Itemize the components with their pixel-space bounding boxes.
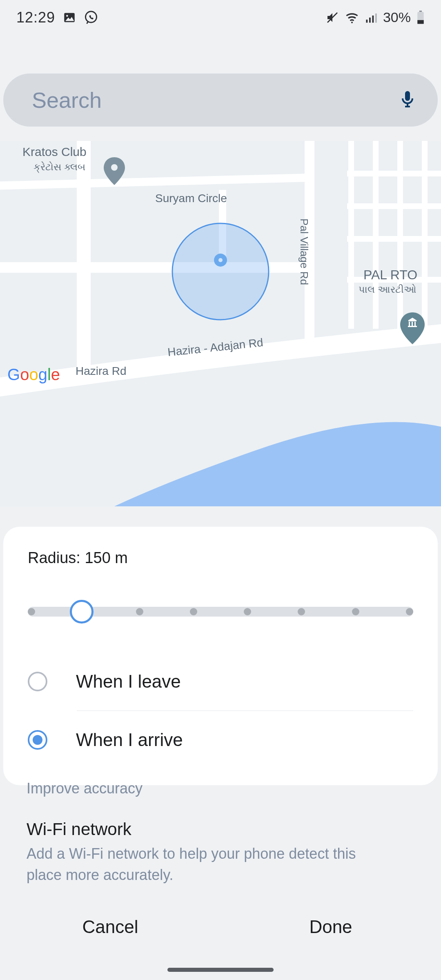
map-label-hazira: Hazira Rd <box>76 365 126 378</box>
svg-rect-32 <box>409 322 410 326</box>
svg-rect-7 <box>372 16 374 23</box>
search-bar[interactable]: Search <box>3 74 438 127</box>
radius-slider[interactable] <box>28 599 413 624</box>
svg-rect-35 <box>408 326 417 327</box>
radio-on-icon <box>28 730 47 750</box>
map-view[interactable]: Kratos Club ક્રેટોસ ક્લબ Suryam Circle P… <box>0 141 441 506</box>
map-label-palroad: Pal Village Rd <box>298 218 310 285</box>
map-label-kratos: Kratos Club <box>22 145 87 159</box>
options-card: Radius: 150 m When I leave When I arrive <box>3 527 438 785</box>
status-right: 30% <box>326 9 425 25</box>
mic-icon[interactable] <box>398 89 417 111</box>
battery-text: 30% <box>383 9 411 25</box>
option-arrive-label: When I arrive <box>76 730 183 750</box>
signal-icon <box>365 11 377 24</box>
option-when-i-arrive[interactable]: When I arrive <box>28 711 413 769</box>
battery-icon <box>416 11 425 24</box>
slider-thumb[interactable] <box>70 600 94 624</box>
wifi-network-title: Wi-Fi network <box>27 820 414 839</box>
map-label-palrto-sub: પાલ આરટીઓ <box>359 284 416 295</box>
radius-label: Radius: 150 m <box>28 549 413 567</box>
map-label-palrto: PAL RTO <box>363 267 417 283</box>
svg-rect-9 <box>419 11 422 12</box>
bottom-actions: Cancel Done <box>0 902 441 951</box>
option-when-i-leave[interactable]: When I leave <box>28 653 413 710</box>
svg-rect-11 <box>417 20 423 24</box>
svg-rect-8 <box>375 13 377 23</box>
map-label-suryam: Suryam Circle <box>155 192 227 205</box>
search-placeholder: Search <box>32 87 102 113</box>
svg-point-4 <box>351 22 353 23</box>
nav-handle[interactable] <box>167 968 274 972</box>
svg-point-29 <box>218 258 223 262</box>
svg-rect-5 <box>366 20 368 23</box>
map-label-kratos-sub: ક્રેટોસ ક્લબ <box>33 161 85 173</box>
svg-point-30 <box>111 164 118 171</box>
whatsapp-icon <box>84 10 98 25</box>
status-bar: 12:29 30% <box>0 0 441 35</box>
improve-accuracy-title: Improve accuracy <box>27 780 414 797</box>
svg-point-28 <box>172 223 269 320</box>
option-leave-label: When I leave <box>76 671 181 692</box>
wifi-icon <box>345 10 359 25</box>
svg-rect-6 <box>369 18 371 23</box>
svg-point-1 <box>66 15 68 17</box>
gallery-icon <box>62 11 76 24</box>
radio-off-icon <box>28 672 47 691</box>
done-button[interactable]: Done <box>220 902 441 951</box>
improve-accuracy-section: Improve accuracy Wi-Fi network Add a Wi-… <box>27 780 414 886</box>
status-left: 12:29 <box>16 9 98 26</box>
svg-rect-31 <box>408 321 416 321</box>
cancel-button[interactable]: Cancel <box>0 902 220 951</box>
wifi-network-sub: Add a Wi-Fi network to help your phone d… <box>27 843 394 886</box>
wifi-network-row[interactable]: Wi-Fi network Add a Wi-Fi network to hel… <box>27 820 414 886</box>
svg-point-2 <box>86 11 97 22</box>
svg-rect-34 <box>414 322 416 326</box>
mute-icon <box>326 11 339 24</box>
svg-rect-33 <box>412 322 413 326</box>
status-time: 12:29 <box>16 9 55 26</box>
google-logo: Google <box>7 365 60 384</box>
